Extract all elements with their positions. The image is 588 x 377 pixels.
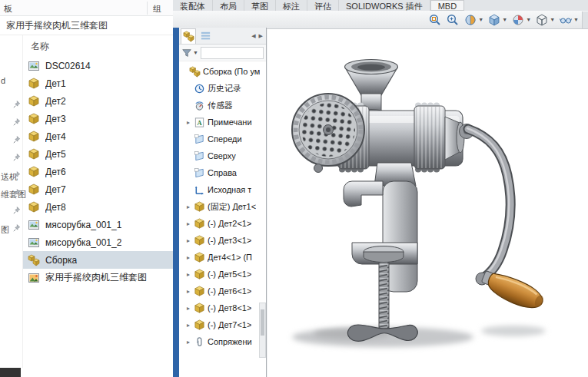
tree-scrollbar[interactable]: [259, 303, 266, 358]
ribbon-organize-fragment: 组: [153, 3, 161, 15]
file-row[interactable]: Дет5: [23, 145, 173, 163]
expand-arrow-icon[interactable]: ▸: [187, 288, 194, 295]
tree-item[interactable]: ▸ Примечани: [179, 114, 266, 131]
tree-item[interactable]: ▸ (-) Дет7<1>: [179, 316, 266, 333]
tree-item[interactable]: ▸ (-) Дет6<1>: [179, 283, 266, 299]
expand-arrow-icon[interactable]: ▸: [187, 305, 194, 312]
expand-arrow-icon[interactable]: ▸: [187, 220, 194, 227]
file-row[interactable]: мясорубка_001_2: [23, 233, 173, 251]
column-header-name[interactable]: 名称: [23, 35, 173, 57]
file-row[interactable]: Дет7: [23, 180, 173, 198]
model-crank[interactable]: [467, 128, 510, 285]
expand-arrow-icon[interactable]: ▸: [187, 254, 194, 261]
tree-item[interactable]: Исходная т: [179, 181, 266, 198]
dropdown-caret-icon[interactable]: ▼: [478, 17, 483, 22]
breadcrumb[interactable]: 家用手摇绞肉机三维套图: [0, 16, 173, 35]
file-row[interactable]: Дет8: [23, 198, 173, 216]
model-canvas[interactable]: [267, 29, 588, 377]
file-row[interactable]: Дет2: [23, 92, 173, 110]
file-row[interactable]: Сборка: [23, 251, 173, 269]
tree-root-row[interactable]: Сборка (По ум: [179, 63, 266, 80]
filter-funnel-icon[interactable]: [181, 48, 192, 58]
expand-arrow-icon[interactable]: ▸: [187, 322, 194, 329]
tree-item[interactable]: Справа: [179, 164, 266, 181]
nav-pane-item[interactable]: [0, 204, 23, 220]
tree-item[interactable]: 传感器: [179, 97, 266, 114]
nav-pane-item[interactable]: [0, 98, 23, 114]
tree-item[interactable]: ▸ (-) Дет5<1>: [179, 266, 266, 283]
expand-arrow-icon[interactable]: ▸: [187, 119, 194, 126]
tree-item-label: (-) Дет7<1>: [208, 320, 251, 329]
expand-arrow-icon[interactable]: ▸: [187, 271, 194, 278]
ribbon-tab[interactable]: MBD: [430, 0, 464, 11]
ribbon-tab[interactable]: SOLIDWORKS 插件: [339, 0, 430, 11]
panel-corner: [582, 12, 588, 28]
zoom-fit-icon[interactable]: ▼: [428, 12, 442, 27]
file-name: мясорубка_001_2: [45, 237, 121, 248]
file-row[interactable]: DSC02614: [23, 57, 173, 74]
file-row[interactable]: Дет1: [23, 74, 173, 92]
tree-item[interactable]: ▸ (-) Дет8<1>: [179, 299, 266, 316]
tree-item[interactable]: 历史记录: [179, 80, 266, 97]
expand-arrow-icon[interactable]: ▸: [187, 203, 194, 210]
hide-show-icon[interactable]: ▼: [559, 12, 579, 27]
tree-item-icon: [194, 336, 205, 348]
nav-pane-item[interactable]: d: [0, 74, 23, 89]
ribbon-tab[interactable]: 装配体: [173, 0, 213, 11]
ribbon-tab[interactable]: 布局: [213, 0, 244, 11]
explorer-ribbon: 板 组: [0, 0, 173, 16]
tree-item[interactable]: ▸ (固定) Дет1<: [179, 198, 266, 215]
tree-item[interactable]: Спереди: [179, 131, 266, 147]
tree-tab-next-icon[interactable]: ▶: [259, 33, 263, 39]
view-orientation-icon[interactable]: ▼: [487, 12, 507, 27]
file-row[interactable]: мясорубка_001_1: [23, 216, 173, 233]
ribbon-tab[interactable]: 标注: [276, 0, 307, 11]
tab-feature-tree[interactable]: [181, 28, 196, 44]
appearance-icon[interactable]: ▼: [511, 12, 531, 27]
model-wood-handle[interactable]: [478, 268, 546, 313]
scrollbar-thumb[interactable]: [261, 309, 264, 336]
nav-pane-item[interactable]: [0, 134, 23, 149]
tree-item[interactable]: ▸ (-) Дет2<1>: [179, 215, 266, 232]
file-row[interactable]: Дет4: [23, 127, 173, 145]
filter-caret-icon[interactable]: ▼: [193, 50, 198, 55]
tree-item-label: Спереди: [208, 134, 242, 144]
ribbon-clipboard-fragment: 板: [4, 3, 12, 15]
nav-pane-item[interactable]: [0, 116, 23, 131]
file-type-icon: [28, 219, 40, 231]
tree-item[interactable]: ▸ Дет4<1> (П: [179, 249, 266, 266]
ribbon-tab[interactable]: 评估: [307, 0, 339, 11]
dropdown-caret-icon[interactable]: ▼: [526, 17, 531, 22]
nav-pane-item[interactable]: [0, 151, 23, 167]
nav-pane-item[interactable]: 维套图: [0, 187, 23, 202]
nav-item-label: d: [1, 76, 5, 85]
file-row[interactable]: Дет6: [23, 163, 173, 180]
dropdown-caret-icon[interactable]: ▼: [502, 17, 507, 22]
tree-item[interactable]: ▸ Сопряжени: [179, 333, 266, 350]
tree-filter-input[interactable]: [201, 47, 264, 59]
expand-arrow-icon[interactable]: ▸: [187, 339, 194, 346]
dropdown-caret-icon[interactable]: ▼: [550, 17, 555, 22]
tree-item-label: (-) Дет8<1>: [208, 303, 251, 313]
tab-property-manager[interactable]: [198, 28, 213, 44]
nav-pane-item[interactable]: 送机: [0, 169, 23, 184]
nav-pane-item[interactable]: 图: [0, 222, 23, 237]
tree-item-icon: [194, 134, 205, 145]
tree-filter-row: ▼: [179, 45, 266, 61]
graphics-viewport[interactable]: [267, 29, 588, 377]
expand-arrow-icon[interactable]: ▸: [187, 237, 194, 244]
section-view-icon[interactable]: ▼: [463, 12, 483, 27]
file-row[interactable]: 家用手摇绞肉机三维套图: [23, 269, 173, 286]
file-type-icon: [28, 95, 40, 107]
tree-item[interactable]: Сверху: [179, 147, 266, 164]
file-name: Сборка: [45, 255, 77, 266]
tree-tab-prev-icon[interactable]: ◀: [251, 33, 255, 39]
tree-item-label: 历史记录: [208, 83, 241, 94]
zoom-area-icon[interactable]: ▼: [446, 12, 460, 27]
dropdown-caret-icon[interactable]: ▼: [573, 17, 579, 22]
file-row[interactable]: Дет3: [23, 110, 173, 127]
ribbon-tab[interactable]: 草图: [244, 0, 276, 11]
taskbar-fragment[interactable]: [0, 368, 21, 377]
display-style-icon[interactable]: ▼: [535, 12, 555, 27]
tree-item[interactable]: ▸ (-) Дет3<1>: [179, 232, 266, 249]
